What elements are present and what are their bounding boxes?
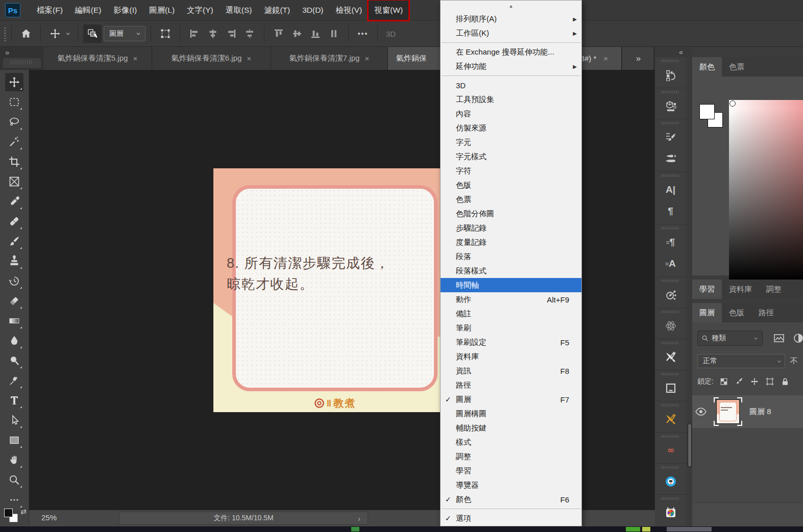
panel-brush-settings-icon[interactable] [659,126,683,148]
pen-tool[interactable] [5,371,23,390]
type-tool[interactable] [5,391,23,410]
auto-select-toggle[interactable] [83,24,102,43]
panel-group-gripper[interactable] [662,280,680,282]
taskbar-icon[interactable] [667,527,712,531]
rectangle-tool[interactable] [5,431,23,449]
menubar-item[interactable]: 濾鏡(T) [258,0,296,20]
align-vertical-centers-icon[interactable] [288,24,306,43]
brush-tool[interactable] [5,232,23,250]
align-right-icon[interactable] [222,24,240,43]
options-bar-gripper[interactable] [4,26,6,41]
move-tool[interactable] [5,73,23,91]
foreground-background-colors[interactable]: ⇄ [4,509,27,527]
blur-tool[interactable] [5,332,23,350]
hand-tool[interactable] [5,451,23,469]
menubar-item[interactable]: 文字(Y) [181,0,220,20]
ext-discover-icon[interactable] [659,284,683,306]
blend-mode-select[interactable]: 正常 [697,354,785,368]
panel-group-gripper[interactable] [662,227,680,230]
tab-bar-gripper[interactable] [3,58,41,68]
menu-item[interactable]: 路徑 [441,378,581,392]
ext-timeline-icon[interactable] [659,377,683,399]
menu-item[interactable]: 度量記錄 [441,235,581,249]
saturation-brightness-field[interactable] [729,100,803,281]
document-tab[interactable]: 氣炸鍋保養清潔6.jpg× [152,47,271,70]
panel-group-gripper[interactable] [662,342,680,344]
menu-item[interactable]: 色票 [441,192,581,207]
healing-brush-tool[interactable] [5,212,23,231]
menu-item[interactable]: 在 Exchange 搜尋延伸功能... [441,45,581,59]
panel-paragraph-styles-icon[interactable]: ▫¶ [659,232,683,253]
tab-close-icon[interactable]: × [603,54,608,63]
tab-color[interactable]: 顏色 [692,57,722,77]
more-options-button[interactable]: ••• [354,24,372,43]
panel-group-gripper[interactable] [662,497,680,500]
menu-item[interactable]: 資訊F8 [441,364,581,378]
quick-selection-tool[interactable] [5,133,23,151]
layer-filter-dropdown[interactable]: 種類 [697,331,763,346]
panel-group-gripper[interactable] [662,122,680,124]
menu-item[interactable]: 色版 [441,178,581,192]
status-chevron-icon[interactable]: › [358,514,360,523]
home-icon[interactable] [17,24,35,43]
align-horizontal-centers-icon[interactable] [204,24,222,43]
color-field-cursor[interactable] [729,100,736,107]
windows-taskbar[interactable] [0,526,803,532]
menu-item[interactable]: 導覽器 [441,478,581,492]
show-transform-controls-toggle[interactable] [156,24,175,43]
tab-close-icon[interactable]: × [364,54,369,63]
tab-paths[interactable]: 路徑 [751,303,781,322]
panel-character-styles-icon[interactable]: ▫A [659,253,683,274]
chevron-down-icon[interactable] [64,24,72,43]
panel-group-gripper[interactable] [662,466,680,469]
ext-utensils-icon[interactable] [659,346,683,368]
ext-atom-icon[interactable] [659,315,683,337]
layer-visibility-eye-icon[interactable] [692,406,710,418]
tab-learn[interactable]: 學習 [692,280,722,299]
menu-item[interactable]: ✓顏色F6 [441,492,581,506]
tab-layers[interactable]: 圖層 [692,303,722,322]
ext-camera-icon[interactable] [659,502,683,523]
panel-history-icon[interactable] [659,64,683,86]
scrollbar[interactable] [687,57,692,532]
menu-item[interactable]: 工作區(K)▶ [441,26,581,40]
tab-libraries[interactable]: 資料庫 [722,280,759,299]
layer-row[interactable]: 圖層 8 [692,395,803,428]
menu-scroll-up-icon[interactable]: ▲ [441,1,581,12]
crop-tool[interactable] [5,153,23,171]
menu-item[interactable]: 筆刷設定F5 [441,335,581,349]
menubar-item-window[interactable]: 視窗(W) [368,0,409,20]
menu-item[interactable]: 資料庫 [441,349,581,364]
filter-image-icon[interactable] [773,332,785,344]
menu-item[interactable]: 3D [441,78,581,92]
menu-item[interactable]: 工具預設集 [441,92,581,107]
more-tools[interactable] [5,491,23,509]
zoom-level[interactable]: 25% [41,513,57,522]
taskbar-icon[interactable] [642,527,650,531]
panel-character-icon[interactable]: A| [659,179,683,200]
menu-item[interactable]: 動作Alt+F9 [441,292,581,307]
history-brush-tool[interactable] [5,272,23,290]
panel-group-gripper[interactable] [662,91,680,93]
menu-item[interactable]: 延伸功能▶ [441,59,581,73]
document-tab[interactable]: 氣炸鍋保養清潔5.jpg× [43,47,152,70]
menu-item[interactable]: 樣式 [441,435,581,449]
tab-swatches[interactable]: 色票 [722,57,751,77]
auto-select-target-dropdown[interactable]: 圖層 [104,26,145,41]
menubar-item[interactable]: 3D(D) [296,0,329,20]
panel-3d-icon[interactable] [659,95,683,117]
menu-item[interactable]: 字元樣式 [441,149,581,164]
menu-item[interactable]: ✓圖層F7 [441,392,581,407]
lock-position-icon[interactable] [749,376,760,387]
scrollbar-thumb[interactable] [688,423,692,467]
menu-item[interactable]: 筆刷 [441,321,581,335]
panel-fg-bg-swatches[interactable] [699,104,726,131]
menubar-item[interactable]: 編輯(E) [69,0,108,20]
clone-stamp-tool[interactable] [5,252,23,270]
lock-transparent-pixels-icon[interactable] [719,376,729,387]
align-left-icon[interactable] [185,24,204,43]
menu-item[interactable]: 段落樣式 [441,264,581,278]
swap-colors-icon[interactable]: ⇄ [20,508,27,516]
taskbar-icon[interactable] [626,527,640,531]
panel-group-gripper[interactable] [662,373,680,375]
